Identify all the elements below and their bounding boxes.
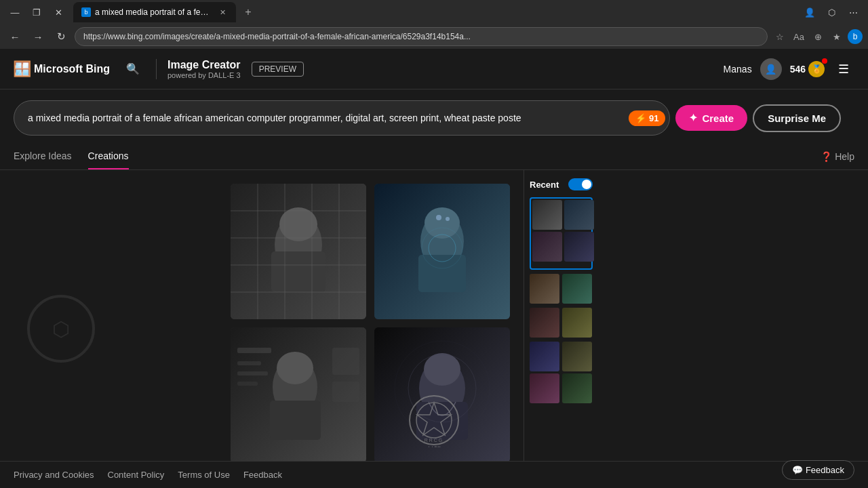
translate-icon[interactable]: ⊕	[810, 28, 826, 45]
feedback-link[interactable]: Feedback	[243, 470, 282, 480]
gallery-image-1[interactable]	[231, 184, 366, 319]
thumbnail-12[interactable]	[562, 373, 592, 403]
prompt-area: ⚡ 91 ✦ Create Surprise Me	[0, 89, 868, 144]
thumbnail-group-1[interactable]	[530, 197, 593, 270]
back-button[interactable]: ←	[5, 27, 24, 46]
new-tab-button[interactable]: +	[239, 3, 258, 22]
user-avatar[interactable]: 👤	[760, 58, 782, 80]
bing-icon[interactable]: b	[848, 29, 863, 44]
gallery-image-3[interactable]	[231, 327, 366, 463]
tab-favicon: b	[81, 7, 91, 17]
image-creator-subtitle: powered by DALL-E 3	[167, 71, 241, 79]
header-divider	[156, 59, 157, 79]
tabs-bar: Explore Ideas Creations ❓ Help	[0, 144, 868, 170]
surprise-button[interactable]: Surprise Me	[753, 104, 841, 132]
favorites-icon[interactable]: ★	[829, 28, 845, 45]
recent-toggle[interactable]	[568, 178, 593, 190]
url-text: https://www.bing.com/images/create/a-mix…	[83, 32, 471, 41]
right-sidebar: Recent	[524, 170, 598, 487]
svg-rect-29	[237, 371, 268, 375]
bookmark-icon[interactable]: ☆	[772, 28, 788, 45]
prompt-input[interactable]	[28, 113, 629, 123]
browser-titlebar: — ❐ ✕ b a mixed media portrait of a fem.…	[0, 0, 868, 24]
svg-rect-28	[237, 361, 261, 365]
thumbnail-grid-3	[530, 308, 593, 338]
svg-rect-4	[271, 251, 326, 292]
minimize-button[interactable]: —	[5, 3, 24, 22]
recent-label: Recent	[530, 180, 559, 190]
prompt-container: ⚡ 91	[14, 100, 670, 136]
search-icon-btn[interactable]: 🔍	[121, 57, 145, 81]
forward-button[interactable]: →	[28, 27, 47, 46]
gallery	[217, 170, 524, 487]
coins-count: 546	[790, 64, 806, 75]
main-content: ⬡	[0, 170, 868, 487]
svg-point-36	[424, 353, 460, 386]
menu-button[interactable]: ☰	[833, 58, 854, 80]
thumbnail-5[interactable]	[530, 274, 559, 304]
thumbnail-2[interactable]	[564, 200, 594, 230]
svg-rect-32	[332, 382, 359, 402]
tab-close-icon[interactable]: ✕	[217, 7, 228, 18]
address-bar[interactable]: https://www.bing.com/images/create/a-mix…	[75, 27, 768, 46]
thumbnail-10[interactable]	[562, 342, 592, 371]
thumbnail-6[interactable]	[562, 274, 592, 304]
browser-addressbar: ← → ↻ https://www.bing.com/images/create…	[0, 24, 868, 49]
thumbnail-9[interactable]	[530, 342, 559, 371]
more-button[interactable]: ⋯	[844, 3, 863, 22]
thumbnail-8[interactable]	[562, 308, 592, 338]
tab-explore-ideas[interactable]: Explore Ideas	[14, 144, 72, 169]
thumbnail-grid-4	[530, 342, 593, 403]
svg-rect-31	[332, 348, 359, 375]
user-name: Manas	[724, 64, 752, 75]
prompt-bolt: ⚡ 91	[629, 110, 665, 126]
preview-badge[interactable]: PREVIEW	[252, 62, 304, 77]
image-creator-title: Image Creator	[167, 59, 241, 71]
feedback-button[interactable]: 💬 Feedback	[782, 460, 854, 480]
create-button[interactable]: ✦ Create	[675, 105, 747, 131]
svg-rect-26	[270, 401, 321, 440]
thumbnail-grid-2	[530, 274, 593, 304]
coin-notification-badge	[822, 58, 827, 64]
browser-controls: — ❐ ✕	[5, 3, 68, 22]
maximize-button[interactable]: ❐	[27, 3, 46, 22]
thumbnail-7[interactable]	[530, 308, 559, 338]
profile-button[interactable]: 👤	[800, 3, 819, 22]
browser-chrome: — ❐ ✕ b a mixed media portrait of a fem.…	[0, 0, 868, 49]
help-label: ❓ Help	[821, 151, 854, 162]
svg-rect-30	[237, 382, 258, 386]
active-tab[interactable]: b a mixed media portrait of a fem... ✕	[73, 2, 236, 22]
svg-point-25	[277, 352, 313, 384]
tab-title: a mixed media portrait of a fem...	[95, 7, 213, 17]
refresh-button[interactable]: ↻	[52, 27, 71, 46]
svg-point-16	[425, 207, 460, 239]
left-placeholder-area: ⬡	[0, 170, 122, 487]
reader-icon[interactable]: Aa	[791, 28, 807, 45]
browser-right-controls: 👤 ⬡ ⋯	[800, 3, 863, 22]
thumbnail-11[interactable]	[530, 373, 559, 403]
tab-creations[interactable]: Creations	[88, 144, 129, 169]
create-label: Create	[702, 113, 734, 124]
gallery-image-4[interactable]	[374, 327, 510, 463]
header-right: Manas 👤 546 🏅 ☰	[724, 58, 854, 80]
close-button[interactable]: ✕	[49, 3, 68, 22]
privacy-cookies-link[interactable]: Privacy and Cookies	[14, 470, 94, 480]
gallery-image-2[interactable]	[374, 184, 510, 319]
svg-point-18	[436, 215, 441, 220]
extensions-button[interactable]: ⬡	[822, 3, 841, 22]
terms-of-use-link[interactable]: Terms of Use	[178, 470, 230, 480]
help-button[interactable]: ❓ Help	[821, 151, 854, 162]
bing-logo[interactable]: 🪟 Microsoft Bing	[14, 61, 110, 77]
coins-display: 546 🏅	[790, 61, 825, 77]
sidebar-recent-header: Recent	[530, 178, 593, 190]
coin-icon: 🏅	[808, 61, 825, 77]
create-icon: ✦	[689, 112, 698, 124]
image-creator-info: Image Creator powered by DALL-E 3	[167, 59, 241, 79]
thumbnail-3[interactable]	[532, 232, 562, 262]
surprise-label: Surprise Me	[768, 113, 826, 124]
svg-rect-37	[416, 402, 468, 440]
content-policy-link[interactable]: Content Policy	[108, 470, 165, 480]
tabs-left: Explore Ideas Creations	[14, 144, 129, 169]
thumbnail-1[interactable]	[532, 200, 562, 230]
thumbnail-4[interactable]	[564, 232, 594, 262]
